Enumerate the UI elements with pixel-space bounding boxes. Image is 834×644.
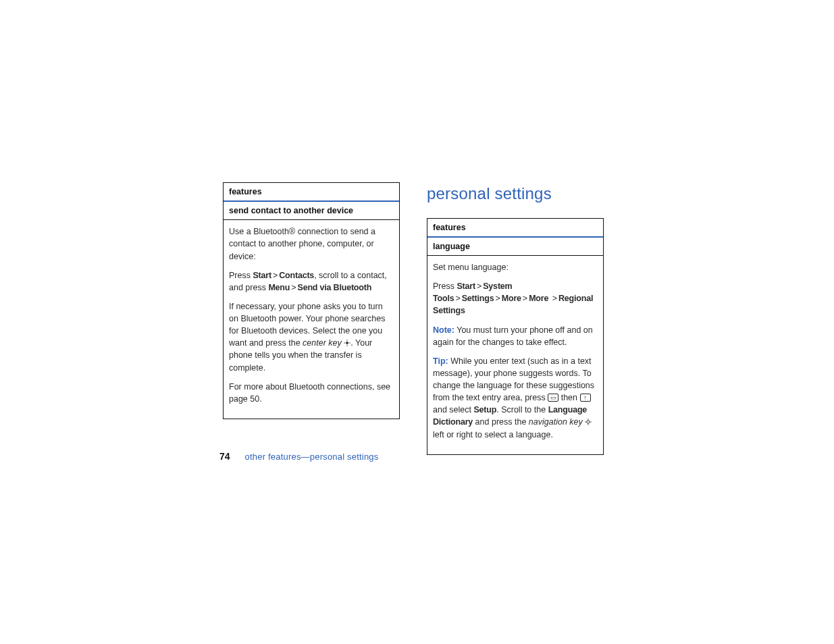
page-number: 74	[219, 450, 230, 463]
navigation-key-icon	[585, 419, 592, 425]
svg-point-4	[347, 340, 348, 341]
ui-path-item: More	[502, 294, 521, 303]
tip-label: Tip:	[433, 356, 448, 366]
right-column: personal settings features language Set …	[427, 182, 604, 455]
note-paragraph: Note: You must turn your phone off and o…	[433, 324, 598, 348]
table-subheader: send contact to another device	[224, 202, 399, 220]
table-header: features	[427, 219, 603, 238]
svg-point-3	[350, 343, 350, 344]
document-page: features send contact to another device …	[0, 0, 834, 644]
svg-point-5	[347, 346, 348, 346]
body-paragraph: Use a Bluetooth® connection to send a co…	[229, 225, 394, 262]
table-header: features	[224, 183, 399, 202]
svg-point-6	[587, 421, 590, 423]
body-paragraph: If necessary, your phone asks you to tur…	[229, 300, 394, 374]
ui-path-item: Contacts	[279, 271, 314, 280]
table-body: Use a Bluetooth® connection to send a co…	[224, 220, 399, 419]
key-name: navigation key	[529, 417, 583, 427]
ui-path-item: Send via Bluetooth	[298, 283, 372, 292]
features-table-left: features send contact to another device …	[223, 182, 400, 419]
ui-path-item: Settings	[462, 294, 494, 303]
center-key-icon	[344, 340, 350, 346]
left-column: features send contact to another device …	[223, 182, 400, 455]
ui-path-item: Menu	[268, 283, 290, 292]
table-subheader: language	[427, 238, 603, 256]
ui-path-item: Setup	[473, 405, 496, 414]
body-paragraph: Set menu language:	[433, 261, 598, 273]
shift-key-icon: ↑	[580, 394, 591, 402]
svg-point-2	[344, 343, 345, 344]
two-column-region: features send contact to another device …	[223, 182, 615, 455]
table-body: Set menu language: Press Start>System To…	[427, 256, 603, 454]
ui-path-item: Start	[457, 281, 475, 291]
breadcrumb: other features—personal settings	[245, 451, 379, 464]
features-table-right: features language Set menu language: Pre…	[427, 218, 604, 455]
section-heading: personal settings	[427, 182, 604, 206]
alt-key-icon: ▭	[548, 394, 558, 402]
key-name: center key	[303, 338, 342, 348]
body-paragraph: Press Start>Contacts, scroll to a contac…	[229, 269, 394, 294]
tip-paragraph: Tip: While you enter text (such as in a …	[433, 355, 598, 441]
body-paragraph: For more about Bluetooth connections, se…	[229, 381, 394, 405]
svg-point-10	[588, 425, 589, 425]
svg-point-1	[347, 343, 348, 344]
body-paragraph: Press Start>System Tools>Settings>More>M…	[433, 280, 598, 317]
svg-point-9	[588, 419, 589, 420]
svg-point-8	[591, 422, 592, 423]
note-label: Note:	[433, 325, 454, 335]
ui-path-item: More	[529, 294, 548, 303]
page-footer: 74 other features—personal settings	[219, 450, 378, 464]
svg-point-7	[585, 422, 586, 423]
ui-path-item: Start	[253, 271, 271, 280]
